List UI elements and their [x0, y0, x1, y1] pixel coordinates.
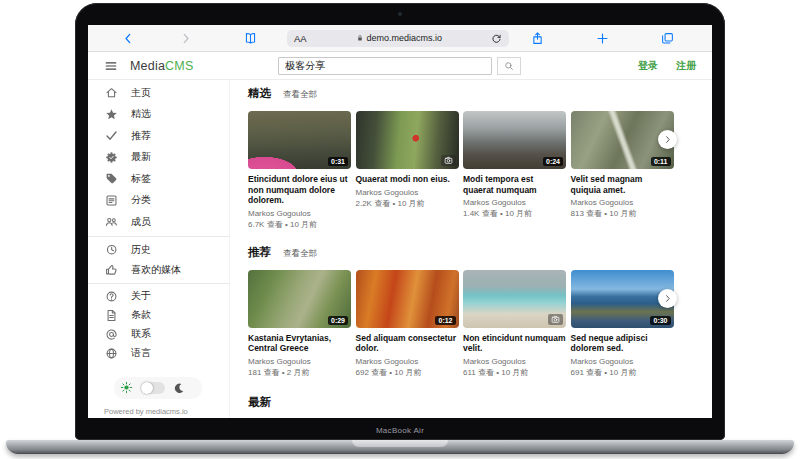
lock-icon: [356, 34, 364, 42]
forward-chevron-icon[interactable]: [179, 32, 192, 45]
macbook-mockup: AA demo.mediacms.io MediaCMS: [0, 0, 800, 459]
sidebar-item-category[interactable]: 分类: [88, 190, 229, 212]
media-author[interactable]: Markos Gogoulos: [248, 209, 351, 219]
media-title[interactable]: Sed neque adipisci dolorem sed.: [571, 333, 674, 354]
media-author[interactable]: Markos Gogoulos: [463, 357, 566, 367]
sidebar-item-label: 推荐: [131, 129, 151, 143]
sidebar-item-doc[interactable]: 条款: [88, 306, 229, 325]
sidebar-item-tag[interactable]: 标签: [88, 168, 229, 190]
next-carousel-button[interactable]: [658, 130, 677, 149]
sidebar-item-label: 喜欢的媒体: [131, 263, 181, 277]
address-bar[interactable]: AA demo.mediacms.io: [287, 30, 509, 47]
media-card[interactable]: 0:24Modi tempora est quaerat numquamMark…: [463, 111, 566, 230]
next-carousel-button[interactable]: [658, 289, 677, 308]
doc-icon: [105, 309, 118, 322]
login-link[interactable]: 登录: [638, 59, 658, 73]
share-icon[interactable]: [531, 32, 544, 45]
url-text-wrap: demo.mediacms.io: [307, 33, 491, 43]
media-thumbnail[interactable]: [356, 111, 459, 169]
media-thumbnail[interactable]: 0:31: [248, 111, 351, 169]
media-title[interactable]: Sed aliquam consectetur dolor.: [356, 333, 459, 354]
url-text: demo.mediacms.io: [367, 33, 443, 43]
media-title[interactable]: Modi tempora est quaerat numquam: [463, 174, 566, 195]
media-author[interactable]: Markos Gogoulos: [356, 357, 459, 367]
media-meta: 1.4K 查看 • 10 月前: [463, 209, 566, 219]
sidebar-item-label: 成员: [131, 215, 151, 229]
sidebar-item-people[interactable]: 成员: [88, 211, 229, 233]
safari-toolbar: AA demo.mediacms.io: [88, 25, 712, 52]
help-icon: [105, 290, 118, 303]
hamburger-icon[interactable]: [104, 59, 118, 73]
duration-badge: 0:30: [650, 316, 670, 325]
burst-icon: [105, 151, 118, 164]
camera-icon: [441, 155, 456, 166]
reload-icon[interactable]: [491, 33, 502, 44]
bookmarks-icon[interactable]: [244, 32, 257, 45]
people-icon: [105, 215, 118, 228]
media-card[interactable]: 0:29Kastania Evrytanias, Central GreeceM…: [248, 270, 351, 378]
theme-toggle[interactable]: [141, 382, 165, 394]
sidebar-item-at[interactable]: 联系: [88, 325, 229, 344]
search-button[interactable]: [497, 57, 521, 75]
media-title[interactable]: Etincidunt dolore eius ut non numquam do…: [248, 174, 351, 206]
media-author[interactable]: Markos Gogoulos: [571, 198, 674, 208]
at-icon: [105, 328, 118, 341]
view-all-link[interactable]: 查看全部: [283, 248, 317, 260]
duration-badge: 0:11: [651, 157, 671, 166]
media-thumbnail[interactable]: 0:29: [248, 270, 351, 328]
media-title[interactable]: Kastania Evrytanias, Central Greece: [248, 333, 351, 354]
media-author[interactable]: Markos Gogoulos: [356, 188, 459, 198]
media-card[interactable]: Non etincidunt numquam velit.Markos Gogo…: [463, 270, 566, 378]
tabs-icon[interactable]: [661, 32, 674, 45]
register-link[interactable]: 注册: [676, 59, 696, 73]
search-input[interactable]: [278, 57, 492, 75]
thumb-icon: [105, 263, 118, 276]
sidebar-item-home[interactable]: 主页: [88, 82, 229, 104]
home-icon: [105, 86, 118, 99]
media-thumbnail[interactable]: [463, 270, 566, 328]
media-meta: 611 查看 • 10 月前: [463, 368, 566, 378]
media-title[interactable]: Non etincidunt numquam velit.: [463, 333, 566, 354]
media-thumbnail[interactable]: 0:12: [356, 270, 459, 328]
sidebar-item-label: 最新: [131, 150, 151, 164]
sidebar-item-thumb[interactable]: 喜欢的媒体: [88, 260, 229, 280]
powered-by[interactable]: Powered by mediacms.io: [104, 407, 188, 416]
new-tab-plus-icon[interactable]: [596, 32, 609, 45]
sidebar-item-check[interactable]: 推荐: [88, 125, 229, 147]
media-card[interactable]: 0:12Sed aliquam consectetur dolor.Markos…: [356, 270, 459, 378]
media-card[interactable]: 0:30Sed neque adipisci dolorem sed.Marko…: [571, 270, 674, 378]
sidebar-item-burst[interactable]: 最新: [88, 147, 229, 169]
back-chevron-icon[interactable]: [122, 32, 135, 45]
sidebar-group: 主页精选推荐最新标签分类成员: [88, 82, 229, 233]
media-thumbnail[interactable]: 0:24: [463, 111, 566, 169]
sidebar-item-globe[interactable]: 语言: [88, 344, 229, 363]
media-section: 最新: [248, 396, 712, 419]
media-author[interactable]: Markos Gogoulos: [571, 357, 674, 367]
media-title[interactable]: Velit sed magnam quiquia amet.: [571, 174, 674, 195]
mediacms-logo[interactable]: MediaCMS: [130, 59, 193, 73]
main-area: 主页精选推荐最新标签分类成员历史喜欢的媒体关于条款联系语言 Powered by…: [88, 80, 712, 418]
media-title[interactable]: Quaerat modi non eius.: [356, 174, 459, 185]
sidebar-divider: [88, 236, 229, 237]
media-author[interactable]: Markos Gogoulos: [248, 357, 351, 367]
toggle-knob: [141, 382, 153, 394]
reader-button[interactable]: AA: [294, 33, 307, 44]
theme-toggle-row: [114, 377, 202, 399]
sidebar-item-history[interactable]: 历史: [88, 240, 229, 260]
media-card[interactable]: Quaerat modi non eius.Markos Gogoulos2.2…: [356, 111, 459, 230]
check-icon: [105, 129, 118, 142]
media-meta: 692 查看 • 10 月前: [356, 368, 459, 378]
section-head: 推荐查看全部: [248, 246, 712, 260]
camera-icon: [548, 314, 563, 325]
sidebar-item-label: 标签: [131, 172, 151, 186]
duration-badge: 0:24: [543, 157, 563, 166]
media-meta: 181 查看 • 2 月前: [248, 368, 351, 378]
category-icon: [105, 194, 118, 207]
media-author[interactable]: Markos Gogoulos: [463, 198, 566, 208]
sidebar-item-help[interactable]: 关于: [88, 287, 229, 306]
media-card[interactable]: 0:31Etincidunt dolore eius ut non numqua…: [248, 111, 351, 230]
media-card[interactable]: 0:11Velit sed magnam quiquia amet.Markos…: [571, 111, 674, 230]
view-all-link[interactable]: 查看全部: [283, 89, 317, 101]
section-title: 精选: [248, 87, 271, 100]
sidebar-item-star[interactable]: 精选: [88, 104, 229, 126]
